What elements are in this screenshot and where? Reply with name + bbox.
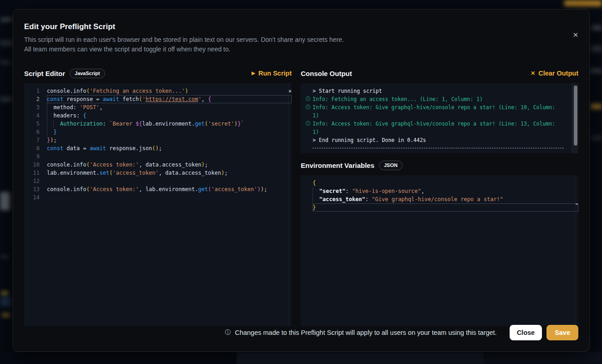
code-line: 5 Authorization: `Bearer ${lab.environme… [24,120,292,128]
run-script-label: Run Script [258,70,292,77]
code-line: 4 headers: { [24,111,292,120]
code-line: 3 method: 'POST', [24,103,292,111]
save-button[interactable]: Save [546,325,578,340]
console-separator [313,148,564,148]
script-editor-title: Script Editor [24,70,65,77]
line-number: 10 [24,161,40,169]
line-number: 12 [24,177,40,185]
console-entry: ⓘInfo: Access token: Give graphql-hive/c… [304,103,569,120]
console-scrollbar-thumb[interactable] [574,86,577,146]
dialog-description-line2: All team members can view the script and… [24,45,578,54]
script-editor-section: Script Editor JavaScript ▶ Run Script 1c… [24,68,292,326]
footer-note: ⓘ Changes made to this Preflight Script … [225,329,496,337]
console-entry-text: Info: Access token: Give graphql-hive/co… [313,103,555,120]
code-line: 14 [24,193,292,202]
line-number: 2 [24,95,40,103]
info-circle-icon: ⓘ [304,103,313,111]
json-badge: JSON [379,161,403,170]
run-script-button[interactable]: ▶ Run Script [252,70,292,77]
output-section: Console Output ✕ Clear Output > Start ru… [301,68,578,326]
console-entry: > Start running script [304,87,569,95]
code-line: { [313,179,578,187]
info-icon: ⓘ [225,329,231,337]
code-line: 1console.info('Fetching an access token.… [24,87,292,95]
line-number: 6 [24,128,40,136]
code-line: 7}); [24,136,292,144]
line-number: 3 [24,103,40,111]
close-icon[interactable]: ✕ [569,29,582,41]
console-entry-text: > End running script. Done in 0.442s [313,136,426,144]
console-entry-text: Info: Fetching an access token... (Line:… [313,95,483,103]
line-number: 13 [24,185,40,193]
code-line: "access_token": "Give graphql-hive/conso… [313,195,578,203]
info-circle-icon: ⓘ [304,120,313,128]
code-line: 2const response = await fetch('https://t… [24,95,292,103]
console-output-title: Console Output [301,70,352,77]
console-entry: ⓘInfo: Fetching an access token... (Line… [304,95,569,103]
console-entry-text: > Start running script [313,87,382,95]
environment-variables-title: Environment Variables [301,162,374,169]
code-line: 8const data = await response.json(); [24,144,292,152]
line-number: 1 [24,87,40,95]
code-line: 12 [24,177,292,185]
clear-icon: ✕ [531,71,535,76]
close-button[interactable]: Close [510,325,542,340]
footer-note-text: Changes made to this Preflight Script wi… [235,329,496,336]
code-line: 13console.info('Access token:', lab.envi… [24,185,292,193]
console-entry: ⓘInfo: Access token: Give graphql-hive/c… [304,120,569,136]
line-number: 8 [24,144,40,152]
code-line: 11lab.environment.set('access_token', da… [24,169,292,177]
console-scrollbar[interactable] [572,83,578,153]
play-icon: ▶ [252,71,255,76]
line-number: 14 [24,193,40,202]
dialog-description: This script will run in each user's brow… [24,35,578,54]
editor-scrollbar[interactable] [288,83,292,326]
console-entry: > End running script. Done in 0.442s [304,136,569,144]
line-number: 9 [24,152,40,161]
preflight-script-dialog: ✕ Edit your Preflight Script This script… [13,9,590,352]
code-line: 10console.info('Access token:', data.acc… [24,161,292,169]
line-number: 7 [24,136,40,144]
line-number: 4 [24,111,40,120]
script-code-editor[interactable]: 1console.info('Fetching an access token.… [24,83,292,326]
dialog-description-line1: This script will run in each user's brow… [24,35,578,45]
code-line: } [313,203,578,212]
code-line: 6 } [24,128,292,136]
line-number: 11 [24,169,40,177]
console-entry-text: Info: Access token: Give graphql-hive/co… [313,120,555,136]
environment-variables-editor[interactable]: { "secret": "hive-is-open-source", "acce… [301,175,578,326]
clear-output-button[interactable]: ✕ Clear Output [531,70,578,77]
console-output[interactable]: > Start running scriptⓘInfo: Fetching an… [301,83,578,153]
env-editor-scrollbar[interactable] [575,175,578,326]
language-badge: JavaScript [70,69,105,78]
dialog-title: Edit your Preflight Script [24,22,578,31]
info-circle-icon: ⓘ [304,95,313,103]
code-line: 9 [24,152,292,161]
line-number: 5 [24,120,40,128]
clear-output-label: Clear Output [538,70,578,77]
code-line: "secret": "hive-is-open-source", [313,187,578,195]
dialog-footer: ⓘ Changes made to this Preflight Script … [24,325,578,340]
